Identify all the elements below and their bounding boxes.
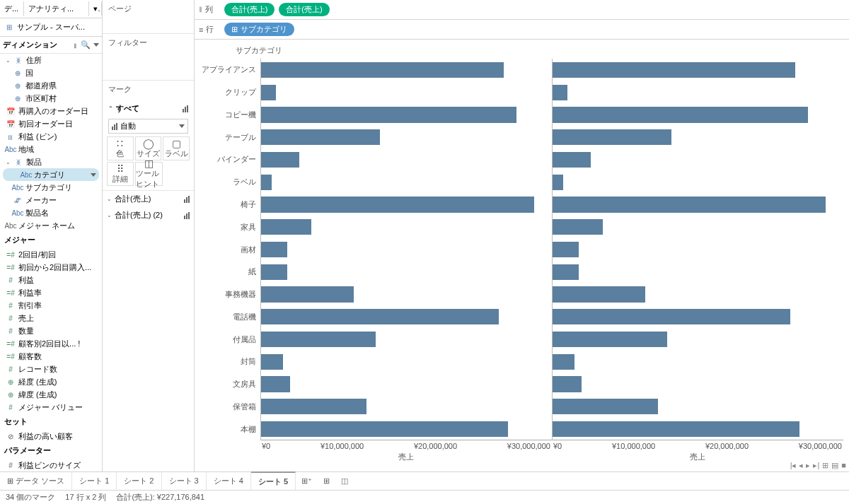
- bar-mark[interactable]: [261, 219, 311, 235]
- new-story-button[interactable]: ◫: [335, 476, 354, 486]
- measure-latitude[interactable]: ⊕緯度 (生成): [0, 388, 102, 401]
- marks-agg2[interactable]: ⌄合計(売上) (2): [103, 207, 194, 223]
- field-country[interactable]: ⊕国: [0, 66, 102, 79]
- bar-mark[interactable]: [553, 85, 567, 100]
- measure-quantity[interactable]: #数量: [0, 324, 102, 337]
- row-header[interactable]: ラベル: [200, 171, 260, 194]
- param-bin-size[interactable]: #利益ビンのサイズ: [0, 459, 102, 471]
- measure-sales[interactable]: #売上: [0, 312, 102, 324]
- measure-record-count[interactable]: #レコード数: [0, 363, 102, 375]
- bar-mark[interactable]: [553, 175, 563, 190]
- rows-shelf[interactable]: ≡行 ⊞サブカテゴリ: [195, 20, 849, 40]
- row-header[interactable]: 事務機器: [200, 283, 260, 306]
- first-icon[interactable]: |◂: [790, 461, 797, 470]
- bar-mark[interactable]: [261, 152, 299, 168]
- bar-mark[interactable]: [261, 309, 499, 324]
- size-button[interactable]: ◯サイズ: [135, 136, 162, 160]
- bar-mark[interactable]: [261, 85, 276, 100]
- bar-mark[interactable]: [553, 107, 808, 122]
- measure-second-first[interactable]: =#2回目/初回: [0, 248, 102, 261]
- last-icon[interactable]: ▸|: [813, 461, 819, 470]
- tab-datasource[interactable]: ⊞ データ ソース: [0, 472, 72, 490]
- field-first-order-date[interactable]: 📅初回オーダー日: [0, 117, 102, 130]
- row-header[interactable]: 椅子: [200, 194, 260, 216]
- bar-mark[interactable]: [261, 421, 508, 437]
- field-maker[interactable]: 🖇メーカー: [0, 194, 102, 206]
- field-product[interactable]: ⌄ᛤ製品: [0, 156, 102, 168]
- tab-sheet2[interactable]: シート 2: [117, 472, 161, 490]
- tab-sheet3[interactable]: シート 3: [162, 472, 207, 490]
- full-icon[interactable]: ■: [841, 461, 846, 470]
- measure-customer-count[interactable]: =#顧客数: [0, 350, 102, 363]
- bar-mark[interactable]: [261, 175, 272, 190]
- tab-sheet1[interactable]: シート 1: [72, 472, 117, 490]
- bar-mark[interactable]: [553, 242, 579, 257]
- row-header[interactable]: 家具: [200, 216, 260, 238]
- field-subcategory[interactable]: Abcサブカテゴリ: [0, 181, 102, 194]
- measure-values[interactable]: #メジャー バリュー: [0, 401, 102, 414]
- measure-customer-second[interactable]: =#顧客別2回目以... !: [0, 337, 102, 350]
- field-product-name[interactable]: Abc製品名: [0, 206, 102, 219]
- filter-icon[interactable]: ⫾: [74, 41, 78, 49]
- measure-profit-ratio[interactable]: =#利益率: [0, 286, 102, 299]
- mark-type-select[interactable]: 自動: [108, 119, 188, 134]
- bar-mark[interactable]: [553, 332, 667, 347]
- bar-mark[interactable]: [261, 399, 366, 414]
- field-address[interactable]: ⌄ᛤ住所: [0, 54, 102, 66]
- bar-mark[interactable]: [261, 62, 504, 78]
- row-header[interactable]: 文房具: [200, 373, 260, 396]
- measure-longitude[interactable]: ⊕経度 (生成): [0, 375, 102, 388]
- scroll-controls[interactable]: |◂ ◂ ▸ ▸| ⊞ ▤ ■: [790, 461, 846, 470]
- marks-all[interactable]: ⌃すべて: [105, 101, 191, 116]
- row-header[interactable]: 電話機: [200, 305, 260, 328]
- tooltip-button[interactable]: ◫ツールヒント: [135, 162, 162, 186]
- row-header[interactable]: 付属品: [200, 328, 260, 351]
- bar-mark[interactable]: [261, 286, 354, 302]
- row-header[interactable]: アプライアンス: [200, 59, 260, 81]
- bar-mark[interactable]: [553, 354, 574, 370]
- tab-sheet4[interactable]: シート 4: [207, 472, 251, 490]
- label-button[interactable]: ▢ラベル: [163, 136, 190, 160]
- tab-dropdown[interactable]: ▾: [89, 2, 102, 16]
- measure-profit[interactable]: #利益: [0, 274, 102, 286]
- row-header[interactable]: コピー機: [200, 104, 260, 127]
- detail-button[interactable]: ⠿詳細: [107, 162, 134, 186]
- bar-mark[interactable]: [553, 264, 579, 280]
- field-prefecture[interactable]: ⊕都道府県: [0, 79, 102, 92]
- field-menu-icon[interactable]: [91, 173, 96, 177]
- list-icon[interactable]: ▤: [831, 461, 838, 470]
- bar-mark[interactable]: [261, 242, 287, 257]
- bar-mark[interactable]: [553, 399, 658, 414]
- search-icon[interactable]: 🔍: [81, 40, 91, 49]
- field-measure-names[interactable]: Abcメジャー ネーム: [0, 219, 102, 232]
- bar-mark[interactable]: [553, 219, 603, 235]
- new-sheet-button[interactable]: ⊞⁺: [296, 476, 318, 486]
- field-region[interactable]: Abc地域: [0, 143, 102, 156]
- tab-analytics[interactable]: アナリティ...: [24, 1, 89, 16]
- measure-first-to-second[interactable]: =#初回から2回目購入...: [0, 261, 102, 274]
- field-category[interactable]: Abcカテゴリ: [3, 168, 99, 181]
- set-high-profit[interactable]: ⊘利益の高い顧客: [0, 430, 102, 443]
- bar-mark[interactable]: [553, 286, 645, 302]
- bar-mark[interactable]: [261, 129, 380, 145]
- new-dashboard-button[interactable]: ⊞: [318, 476, 335, 486]
- row-header[interactable]: クリップ: [200, 81, 260, 104]
- bar-mark[interactable]: [553, 309, 790, 324]
- prev-icon[interactable]: ◂: [799, 461, 803, 470]
- row-header[interactable]: 本棚: [200, 418, 260, 440]
- bar-mark[interactable]: [553, 376, 582, 392]
- row-header[interactable]: 封筒: [200, 351, 260, 373]
- bar-mark[interactable]: [553, 197, 826, 212]
- tab-data[interactable]: デ...: [0, 1, 24, 16]
- bar-mark[interactable]: [261, 376, 290, 392]
- next-icon[interactable]: ▸: [806, 461, 810, 470]
- datasource-name[interactable]: ⊞ サンプル - スーパ...: [0, 18, 102, 37]
- tab-sheet5[interactable]: シート 5: [251, 471, 296, 491]
- field-reorder-date[interactable]: 📅再購入のオーダー日: [0, 105, 102, 117]
- marks-agg1[interactable]: ⌄合計(売上): [103, 191, 194, 207]
- bar-mark[interactable]: [553, 129, 671, 145]
- pill-row[interactable]: ⊞サブカテゴリ: [224, 23, 294, 36]
- pill-col1[interactable]: 合計(売上): [224, 3, 275, 16]
- row-header[interactable]: バインダー: [200, 148, 260, 171]
- row-header[interactable]: 画材: [200, 238, 260, 261]
